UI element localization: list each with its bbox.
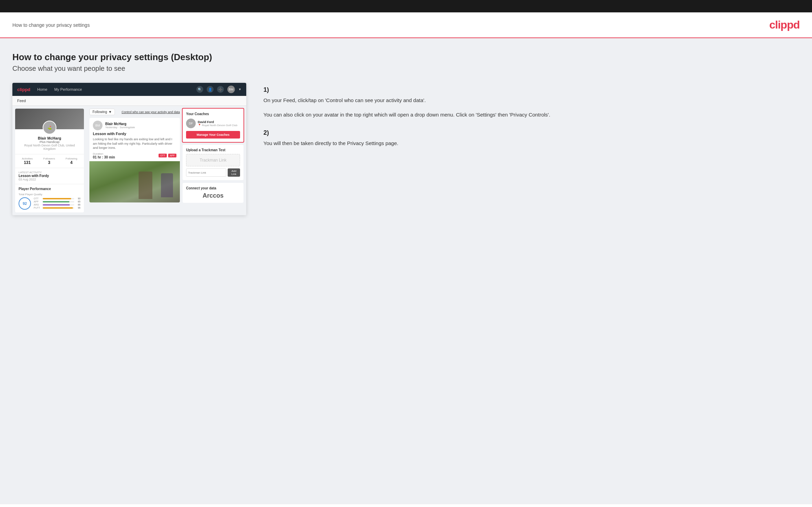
stat-followers-label: Followers	[43, 157, 55, 160]
manage-coaches-button[interactable]: Manage Your Coaches	[186, 131, 240, 139]
step2-number: 2)	[263, 129, 800, 136]
golfer-figure-2	[161, 173, 173, 197]
badge-app: APP	[168, 154, 176, 157]
bar-app-fill	[43, 201, 69, 202]
profile-cover-image: ⛳	[15, 109, 84, 129]
trackman-title: Upload a Trackman Test	[186, 148, 240, 152]
duration-value: 01 hr : 30 min	[93, 155, 115, 159]
site-footer: Copyright Clippd 2022	[0, 504, 812, 507]
content-layout: clippd Home My Performance 🔍 👤 ➕ BM ▼ Fe…	[12, 83, 800, 215]
connect-title: Connect your data	[186, 186, 240, 190]
stat-following-label: Following	[66, 157, 77, 160]
coach-club: 📍 Royal North Devon Golf Club	[198, 124, 237, 127]
bar-app-track	[43, 201, 74, 202]
trackman-placeholder-text: Trackman Link	[199, 158, 226, 163]
bar-putt-track	[43, 207, 74, 209]
bar-ott-label: OTT	[34, 197, 41, 200]
user-avatar[interactable]: BM	[227, 86, 235, 93]
post-image	[89, 161, 180, 202]
total-quality-label: Total Player Quality	[19, 193, 80, 196]
coach-info: David Ford 📍 Royal North Devon Golf Club	[198, 120, 237, 127]
post-duration: Duration 01 hr : 30 min OTT APP	[89, 152, 180, 161]
nav-item-home: Home	[37, 87, 47, 91]
pin-icon: 📍	[198, 124, 201, 127]
app-body: ⛳ Blair McHarg Plus Handicap Royal North…	[12, 106, 246, 215]
post-author-info: Blair McHarg Yesterday · Sunningdale	[105, 122, 135, 129]
top-bar	[0, 0, 812, 12]
arccos-logo: Arccos	[186, 192, 240, 199]
coach-club-name: Royal North Devon Golf Club	[202, 124, 237, 127]
trackman-placeholder: Trackman Link	[186, 154, 240, 166]
add-icon[interactable]: ➕	[217, 86, 224, 93]
post-card: BM Blair McHarg Yesterday · Sunningdale …	[89, 118, 180, 202]
bar-app: APP 85	[34, 200, 80, 203]
bar-putt-fill	[43, 207, 73, 209]
feed-tab-bar: Feed	[12, 96, 246, 106]
bar-arg-num: 86	[76, 203, 80, 206]
latest-activity-label: Latest Activity	[19, 171, 80, 174]
bar-putt-num: 96	[76, 207, 80, 209]
stat-following: Following 4	[66, 157, 77, 165]
control-privacy-link[interactable]: Control who can see your activity and da…	[121, 110, 180, 114]
sidebar-latest-activity: Latest Activity Lesson with Fordy 03 Aug…	[15, 168, 84, 184]
trackman-add-button[interactable]: Add Link	[228, 168, 240, 177]
stat-activities: Activities 131	[22, 157, 33, 165]
post-author-avatar: BM	[93, 121, 102, 130]
step1-text2: You can also click on your avatar in the…	[263, 111, 800, 119]
quality-bars: OTT 90 APP	[34, 197, 80, 210]
bar-ott-fill	[43, 198, 71, 199]
step1-number: 1)	[263, 86, 800, 93]
coach-item: DF David Ford 📍 Royal North Devon Golf C…	[186, 119, 240, 128]
app-mockup: clippd Home My Performance 🔍 👤 ➕ BM ▼ Fe…	[12, 83, 246, 215]
badge-ott: OTT	[159, 154, 167, 157]
bar-putt-label: PUTT	[34, 207, 41, 209]
step1-text1: On your Feed, click/tap on 'Control who …	[263, 96, 800, 104]
bar-arg-label: ARG	[34, 203, 41, 206]
post-title: Lesson with Fordy	[89, 132, 180, 137]
following-label: Following	[93, 110, 107, 114]
post-author-meta: Yesterday · Sunningdale	[105, 126, 135, 129]
following-button[interactable]: Following ▼	[89, 109, 115, 115]
duration-label: Duration	[93, 152, 115, 155]
trackman-link-input[interactable]	[186, 168, 226, 177]
page-subheading: Choose what you want people to see	[12, 65, 800, 73]
app-feed: Following ▼ Control who can see your act…	[87, 106, 183, 215]
step2-text: You will then be taken directly to the P…	[263, 139, 800, 147]
app-nav-logo: clippd	[17, 87, 30, 92]
following-chevron-icon: ▼	[108, 110, 112, 114]
stat-followers-value: 3	[43, 160, 55, 165]
feed-tab-label[interactable]: Feed	[17, 99, 26, 103]
stat-activities-value: 131	[22, 160, 33, 165]
coach-avatar: DF	[186, 119, 196, 128]
stat-followers: Followers 3	[43, 157, 55, 165]
post-description: Looking to feel like my hands are exitin…	[89, 137, 180, 152]
bar-arg: ARG 86	[34, 203, 80, 206]
bar-arg-track	[43, 204, 74, 206]
sidebar-user-name: Blair McHarg	[18, 136, 81, 140]
app-nav-icons: 🔍 👤 ➕ BM ▼	[196, 86, 241, 93]
latest-activity-name: Lesson with Fordy	[19, 174, 80, 178]
stat-following-value: 4	[66, 160, 77, 165]
site-logo: clippd	[769, 19, 800, 31]
sidebar-club: Royal North Devon Golf Club, United King…	[18, 144, 81, 151]
search-icon[interactable]: 🔍	[196, 86, 203, 93]
person-icon[interactable]: 👤	[207, 86, 214, 93]
bar-ott-track	[43, 198, 74, 199]
post-header: BM Blair McHarg Yesterday · Sunningdale	[89, 118, 180, 132]
bar-arg-fill	[43, 204, 70, 206]
player-performance-title: Player Performance	[19, 187, 80, 191]
player-performance-section: Player Performance Total Player Quality …	[15, 184, 84, 212]
app-right-sidebar: Your Coaches DF David Ford 📍 Royal North…	[183, 106, 246, 215]
trackman-input-row: Add Link	[186, 168, 240, 177]
stat-activities-label: Activities	[22, 157, 33, 160]
bar-app-label: APP	[34, 200, 41, 203]
sidebar-avatar: ⛳	[43, 121, 56, 134]
post-author-name: Blair McHarg	[105, 122, 135, 126]
bar-app-num: 85	[76, 200, 80, 203]
post-badges: OTT APP	[159, 154, 176, 157]
coaches-card: Your Coaches DF David Ford 📍 Royal North…	[183, 109, 243, 142]
latest-activity-date: 03 Aug 2022	[19, 178, 80, 181]
avatar-chevron: ▼	[238, 88, 241, 91]
feed-header: Following ▼ Control who can see your act…	[89, 109, 180, 115]
connect-card: Connect your data Arccos	[183, 183, 243, 203]
